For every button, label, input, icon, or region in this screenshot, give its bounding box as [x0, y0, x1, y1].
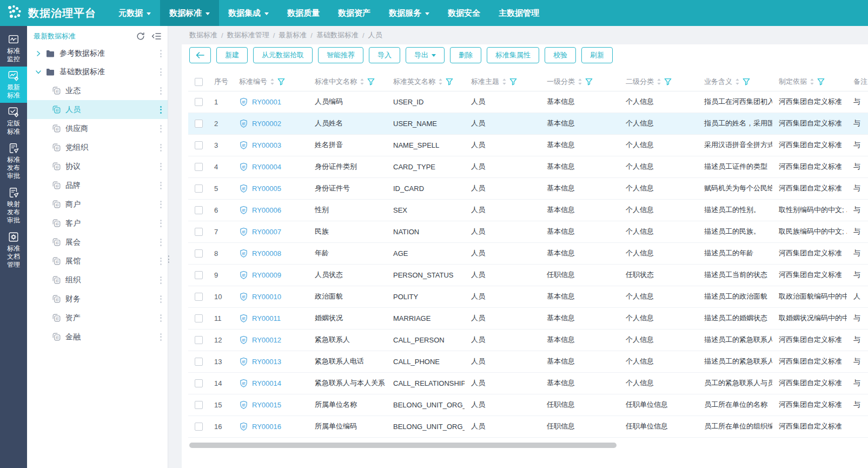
more-options-icon[interactable] — [154, 293, 168, 305]
toolbar-button[interactable]: 导出 — [406, 47, 445, 63]
nav-item[interactable]: 数据服务 — [380, 0, 439, 26]
chevron-right-icon[interactable] — [35, 50, 43, 57]
toolbar-button[interactable]: 删除 — [450, 47, 481, 63]
sort-icon[interactable] — [438, 78, 443, 85]
nav-item[interactable]: 主数据管理 — [489, 0, 548, 26]
standard-code-link[interactable]: 标RY00015 — [239, 400, 304, 410]
select-all-checkbox[interactable] — [195, 78, 203, 86]
table-row[interactable]: 2标RY00002人员姓名USER_NAME人员基本信息个人信息指员工的姓名，采… — [188, 113, 868, 134]
tree-leaf-node[interactable]: 标财务 — [27, 289, 168, 308]
toolbar-button[interactable]: 校验 — [545, 47, 576, 63]
filter-funnel-icon[interactable] — [277, 78, 285, 85]
row-checkbox[interactable] — [195, 314, 203, 322]
tree-folder-node[interactable]: 基础数据标准 — [27, 63, 168, 81]
collapse-panel-icon[interactable] — [151, 32, 161, 40]
chevron-down-icon[interactable] — [35, 69, 43, 75]
filter-funnel-icon[interactable] — [743, 78, 750, 85]
tree-leaf-node[interactable]: 标协议 — [27, 157, 168, 176]
row-checkbox[interactable] — [195, 336, 203, 344]
sort-icon[interactable] — [810, 78, 814, 85]
sidebar-item[interactable]: 标准监控 — [0, 30, 27, 67]
filter-funnel-icon[interactable] — [509, 78, 517, 85]
table-row[interactable]: 5标RY00005身份证件号ID_CARD人员基本信息个人信息赋码机关为每个公民… — [188, 177, 868, 199]
table-row[interactable]: 4标RY00004身份证件类别CARD_TYPE人员基本信息个人信息描述员工证件… — [188, 156, 868, 177]
row-checkbox[interactable] — [195, 293, 203, 301]
standard-code-link[interactable]: 标RY00004 — [239, 162, 304, 172]
table-row[interactable]: 11标RY00011婚姻状况MARRIAGE人员基本信息个人信息描述员工的婚姻状… — [188, 307, 868, 329]
more-options-icon[interactable] — [154, 161, 168, 173]
table-row[interactable]: 6标RY00006性别SEX人员基本信息个人信息描述员工的性别。取性别编码中的中… — [188, 199, 868, 221]
tree-leaf-node[interactable]: 标组织 — [27, 271, 168, 289]
row-checkbox[interactable] — [195, 120, 203, 128]
more-options-icon[interactable] — [154, 274, 168, 286]
standard-code-link[interactable]: 标RY00005 — [239, 184, 304, 193]
row-checkbox[interactable] — [195, 141, 203, 149]
table-row[interactable]: 7标RY00007民族NATION人员基本信息个人信息描述员工的民族。取民族编码… — [188, 221, 868, 242]
sidebar-item[interactable]: 最新标准 — [0, 67, 27, 103]
more-options-icon[interactable] — [154, 199, 168, 210]
nav-item[interactable]: 数据质量 — [278, 0, 329, 26]
sort-icon[interactable] — [578, 78, 582, 85]
row-checkbox[interactable] — [195, 249, 203, 258]
filter-funnel-icon[interactable] — [585, 78, 593, 85]
toolbar-button[interactable]: 智能推荐 — [318, 47, 363, 63]
refresh-icon[interactable] — [136, 32, 145, 41]
standard-code-link[interactable]: 标RY00010 — [239, 292, 304, 301]
sidebar-item[interactable]: 定版标准 — [0, 103, 27, 139]
table-row[interactable]: 10标RY00010政治面貌POLITY人员基本信息个人信息描述员工的政治面貌取… — [188, 286, 868, 307]
more-options-icon[interactable] — [154, 123, 168, 135]
breadcrumb-item[interactable]: 人员 — [368, 30, 382, 40]
tree-leaf-node[interactable]: 标展会 — [27, 233, 168, 252]
standard-code-link[interactable]: 标RY00001 — [239, 97, 304, 107]
table-row[interactable]: 15标RY00015所属单位名称BELONG_UNIT_ORG_...人员任职信… — [188, 394, 868, 416]
row-checkbox[interactable] — [195, 358, 203, 366]
tree-leaf-node[interactable]: 标客户 — [27, 214, 168, 233]
row-checkbox[interactable] — [195, 206, 203, 214]
toolbar-button[interactable]: 从元数据拾取 — [253, 47, 313, 63]
table-row[interactable]: 8标RY00008年龄AGE人员基本信息个人信息描述员工的年龄河西集团自定义标准… — [188, 242, 868, 264]
tree-leaf-node[interactable]: 标展馆 — [27, 252, 168, 271]
toolbar-button[interactable]: 刷新 — [581, 47, 613, 63]
standard-code-link[interactable]: 标RY00013 — [239, 357, 304, 366]
more-options-icon[interactable] — [154, 142, 168, 154]
standard-code-link[interactable]: 标RY00008 — [239, 249, 304, 258]
sort-icon[interactable] — [270, 78, 275, 85]
standard-code-link[interactable]: 标RY00016 — [239, 422, 304, 431]
row-checkbox[interactable] — [195, 271, 203, 279]
breadcrumb-item[interactable]: 最新标准 — [279, 30, 307, 40]
row-checkbox[interactable] — [195, 401, 203, 409]
nav-item[interactable]: 数据集成 — [219, 0, 278, 26]
table-row[interactable]: 1标RY00001人员编码USER_ID人员基本信息个人信息指员工在河西集团初入… — [188, 91, 868, 113]
sidebar-item[interactable]: 标准发布审批 — [0, 139, 27, 183]
nav-item[interactable]: 数据安全 — [439, 0, 489, 26]
horizontal-scrollbar-thumb[interactable] — [189, 443, 617, 448]
more-options-icon[interactable] — [154, 85, 168, 97]
sidebar-item[interactable]: 标准文档管理 — [0, 228, 27, 272]
table-row[interactable]: 3标RY00003姓名拼音NAME_SPELL人员基本信息个人信息采用汉语拼音全… — [188, 134, 868, 156]
row-checkbox[interactable] — [195, 423, 203, 431]
table-row[interactable]: 16标RY00016所属单位编码BELONG_UNIT_ORG_...人员任职信… — [188, 416, 868, 437]
table-row[interactable]: 14标RY00014紧急联系人与本人关系CALL_RELATIONSHIP人员基… — [188, 372, 868, 394]
sort-icon[interactable] — [657, 78, 661, 85]
row-checkbox[interactable] — [195, 228, 203, 236]
tree-leaf-node[interactable]: 标业态 — [27, 81, 168, 100]
more-options-icon[interactable] — [154, 48, 168, 60]
more-options-icon[interactable] — [154, 312, 168, 324]
toolbar-button[interactable]: 导入 — [369, 47, 400, 63]
sort-icon[interactable] — [735, 78, 740, 85]
toolbar-button[interactable]: 标准集属性 — [487, 47, 539, 63]
nav-item[interactable]: 元数据 — [109, 0, 160, 26]
standard-code-link[interactable]: 标RY00009 — [239, 271, 304, 280]
more-options-icon[interactable] — [154, 331, 168, 343]
row-checkbox[interactable] — [195, 163, 203, 171]
nav-item[interactable]: 数据标准 — [160, 0, 219, 26]
sidebar-item[interactable]: 映射发布审批 — [0, 183, 27, 228]
back-button[interactable] — [189, 47, 211, 63]
breadcrumb-item[interactable]: 数据标准 — [189, 30, 217, 40]
filter-funnel-icon[interactable] — [446, 78, 453, 85]
tree-leaf-node[interactable]: 标品牌 — [27, 176, 168, 195]
breadcrumb-item[interactable]: 数据标准管理 — [227, 30, 269, 40]
standard-code-link[interactable]: 标RY00002 — [239, 119, 304, 128]
table-row[interactable]: 13标RY00013紧急联系人电话CALL_PHONE人员基本信息个人信息描述员… — [188, 351, 868, 372]
table-row[interactable]: 9标RY00009人员状态PERSON_STATUS人员任职信息任职状态描述员工… — [188, 264, 868, 286]
